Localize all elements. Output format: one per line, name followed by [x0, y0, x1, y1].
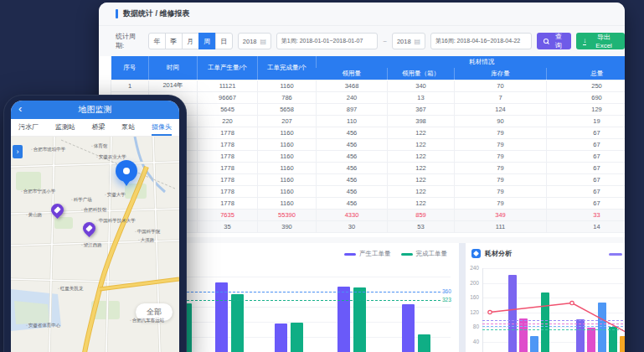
export-button-label: 导出Excel: [590, 33, 618, 49]
table-cell: 79: [455, 173, 547, 185]
table-cell: 5645: [198, 103, 258, 115]
table-cell: 13: [388, 91, 455, 103]
table-cell: 456: [317, 150, 388, 162]
back-chevron-icon[interactable]: ‹: [18, 102, 22, 115]
table-cell: 456: [317, 162, 388, 173]
table-cell: 1160: [258, 138, 317, 150]
week-start-input[interactable]: 第1周: 2018-01-01~2018-01-07: [276, 33, 378, 49]
table-cell: 67: [547, 150, 626, 162]
table-cell: 1778: [198, 150, 258, 162]
table-cell: 1778: [198, 185, 258, 197]
selected-location-pin[interactable]: [116, 160, 137, 182]
table-cell: 67: [547, 127, 626, 138]
table-cell: 67: [547, 173, 626, 185]
table-cell: 67: [547, 138, 626, 150]
table-cell: 456: [317, 127, 388, 138]
period-option-4[interactable]: 日: [215, 33, 233, 49]
table-cell: 690: [547, 91, 626, 103]
table-cell: 456: [317, 138, 388, 150]
consumables-bar-line-chart: 2402001601208040: [466, 243, 625, 352]
table-cell: 110: [317, 115, 388, 127]
query-button[interactable]: 查询: [537, 33, 571, 49]
table-cell: 1778: [198, 138, 258, 150]
download-icon: ↓: [583, 38, 586, 45]
table-cell: 70: [455, 80, 547, 91]
table-cell: 897: [317, 103, 388, 115]
map-poi-label: 合肥科技馆: [81, 207, 106, 213]
bar-完成工单量-4: [418, 334, 430, 352]
period-option-0[interactable]: 年: [148, 33, 166, 49]
table-cell: 67: [547, 185, 626, 197]
table-cell: 456: [317, 197, 388, 209]
bar-产生工单量-4: [402, 304, 415, 352]
table-cell: 122: [388, 185, 455, 197]
period-option-1[interactable]: 季: [165, 33, 183, 49]
map-poi-label: 安徽大学: [105, 192, 126, 198]
phone-mockup: ‹ 地图监测 污水厂监测站桥梁泵站摄像头: [3, 95, 187, 352]
table-cell: 207: [258, 115, 317, 127]
table-row: 177811604561227967: [111, 138, 626, 150]
table-row: 177811604561227967: [111, 173, 626, 185]
bar-完成工单量-3: [353, 287, 366, 352]
phone-tab-bar: 污水厂监测站桥梁泵站摄像头: [11, 119, 179, 137]
table-cell: 122: [388, 173, 455, 185]
table-cell: 122: [388, 150, 455, 162]
table-cell: 55390: [258, 209, 317, 220]
phone-tab-2[interactable]: 桥梁: [92, 119, 106, 136]
calendar-icon: ▤: [415, 38, 421, 45]
breadcrumb-text: 数据统计 / 维修报表: [123, 8, 190, 19]
table-cell: 1: [111, 80, 149, 91]
table-cell: 79: [455, 197, 547, 209]
table-cell: 79: [455, 138, 547, 150]
refline-value: 323: [442, 297, 451, 303]
table-header-row: 序号时间工单产生量/个工单完成量/个耗材情况: [111, 56, 626, 68]
table-cell: 398: [388, 115, 455, 127]
table-cell: 367: [388, 103, 455, 115]
group-header: 耗材情况: [317, 56, 626, 68]
period-option-3[interactable]: 周: [198, 33, 216, 49]
table-cell: 1778: [198, 197, 258, 209]
sub-column-header: 领用量: [317, 68, 388, 80]
table-cell: 122: [388, 197, 455, 209]
page-background: 数据统计 / 维修报表 统计周期: 年季月周日 2018 ▤ 第1周: 2018…: [0, 0, 644, 352]
avg-row: 平均值35390305311114: [111, 220, 626, 232]
year-start-value: 2018: [243, 38, 257, 45]
bar-产生工单量-1: [215, 282, 228, 352]
table-cell: 220: [198, 115, 258, 127]
table-cell: 122: [388, 127, 455, 138]
map-view[interactable]: › 全部 合肥市琥珀中学体育馆安徽农业大学合肥市宁溪小学科学广场安徽大学合肥科技…: [11, 137, 179, 352]
table-cell: 122: [388, 138, 455, 150]
year-select-start[interactable]: 2018 ▤: [238, 33, 271, 49]
report-table: 序号时间工单产生量/个工单完成量/个耗材情况领用量领用量（箱）库存量总量1201…: [111, 56, 625, 233]
table-row: 177811604561227967: [111, 162, 626, 173]
table-cell: 1160: [258, 185, 317, 197]
table-cell: 5658: [258, 103, 317, 115]
range-separator: ~: [383, 38, 387, 45]
table-cell: 786: [258, 91, 317, 103]
table-cell: 1160: [258, 197, 317, 209]
table-cell: 340: [388, 80, 455, 91]
year-end-value: 2018: [397, 38, 411, 45]
phone-tab-4[interactable]: 摄像头: [152, 119, 172, 136]
map-expand-button[interactable]: ›: [13, 145, 23, 158]
map-poi-label: 合肥市宁溪小学: [21, 189, 55, 194]
period-option-2[interactable]: 月: [182, 33, 199, 49]
sub-column-header: 库存量: [455, 68, 547, 80]
calendar-icon: ▤: [260, 38, 267, 45]
table-row: 56455658897367124129: [111, 103, 626, 115]
table-cell: 111: [455, 220, 547, 232]
phone-tab-1[interactable]: 监测站: [55, 119, 75, 136]
table-cell: 1778: [198, 127, 258, 138]
phone-tab-3[interactable]: 泵站: [121, 119, 135, 136]
phone-tab-0[interactable]: 污水厂: [18, 119, 39, 136]
year-select-end[interactable]: 2018 ▤: [392, 33, 425, 49]
week-end-value: 第16周: 2018-04-16~2018-04-22: [435, 37, 520, 45]
bar-产生工单量-3: [337, 287, 350, 352]
week-end-input[interactable]: 第16周: 2018-04-16~2018-04-22: [430, 33, 532, 49]
table-cell: 79: [455, 185, 547, 197]
refline-value: 360: [442, 288, 451, 294]
trend-line: [466, 243, 625, 352]
map-poi-label: 黄山路: [26, 212, 42, 218]
export-excel-button[interactable]: ↓ 导出Excel: [576, 33, 625, 49]
consumables-chart-panel: 耗材分析 2402001601208040: [466, 243, 625, 352]
